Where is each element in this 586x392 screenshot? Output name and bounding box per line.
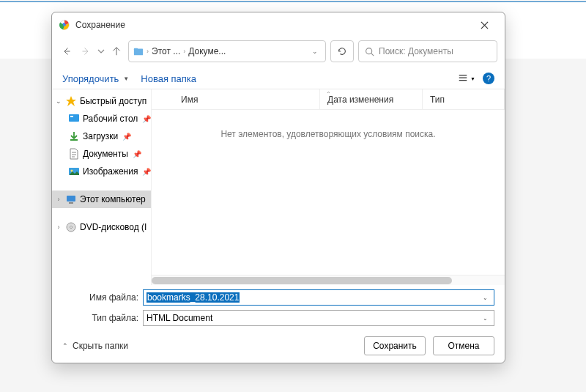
- disc-icon: [65, 221, 77, 233]
- sidebar-item-quick-access[interactable]: ⌄ Быстрый доступ: [52, 92, 151, 110]
- sidebar-item-this-pc[interactable]: › Этот компьютер: [52, 191, 151, 208]
- chevron-right-icon: ›: [55, 223, 62, 231]
- caret-down-icon: ▼: [470, 76, 475, 81]
- filetype-select[interactable]: HTML Document ⌄: [143, 310, 494, 326]
- horizontal-scrollbar[interactable]: [152, 275, 505, 285]
- view-menu[interactable]: ▼: [458, 73, 475, 84]
- filetype-row: Тип файла: HTML Document ⌄: [62, 310, 494, 326]
- hide-folders-toggle[interactable]: ⌃ Скрыть папки: [62, 341, 128, 351]
- column-headers: ⌃ Имя Дата изменения Тип: [152, 89, 505, 110]
- filename-row: Имя файла: bookmarks_28.10.2021 ⌄: [62, 289, 494, 306]
- refresh-button[interactable]: [330, 40, 354, 62]
- arrow-left-icon: [62, 47, 71, 56]
- breadcrumb-seg[interactable]: Докуме...: [188, 46, 226, 56]
- recent-dropdown[interactable]: [97, 41, 105, 62]
- chevron-up-icon: ⌃: [62, 342, 68, 350]
- pictures-icon: [68, 166, 80, 177]
- sidebar-item-pictures[interactable]: Изображения 📌: [52, 163, 151, 180]
- computer-icon: [65, 193, 77, 205]
- arrow-up-icon: [112, 47, 121, 56]
- chevron-down-icon: [97, 47, 105, 56]
- scrollbar-thumb[interactable]: [152, 277, 452, 284]
- pin-icon: 📌: [142, 168, 151, 176]
- svg-rect-5: [69, 114, 79, 122]
- pin-icon: 📌: [142, 115, 151, 123]
- sidebar-item-desktop[interactable]: Рабочий стол 📌: [52, 110, 151, 127]
- nav-row: › Этот ... › Докуме... ⌄: [52, 37, 505, 68]
- chrome-icon: [59, 20, 70, 30]
- close-icon: [481, 21, 489, 29]
- save-button[interactable]: Сохранить: [364, 336, 426, 355]
- chevron-right-icon: ›: [55, 196, 62, 203]
- filename-label: Имя файла:: [62, 292, 143, 303]
- breadcrumb-dropdown[interactable]: ⌄: [309, 48, 321, 55]
- svg-rect-9: [67, 196, 75, 201]
- column-date[interactable]: Дата изменения: [320, 89, 423, 109]
- column-name[interactable]: Имя: [152, 89, 320, 109]
- help-button[interactable]: ?: [483, 73, 494, 84]
- svg-rect-6: [70, 116, 73, 117]
- document-icon: [68, 148, 80, 160]
- sort-indicator-icon: ⌃: [326, 91, 331, 97]
- forward-button[interactable]: [78, 41, 93, 62]
- back-button[interactable]: [59, 41, 74, 62]
- svg-rect-3: [134, 48, 138, 51]
- titlebar: Сохранение: [52, 12, 505, 37]
- caret-down-icon: ⌄: [483, 315, 491, 322]
- svg-point-12: [70, 226, 73, 229]
- save-dialog: Сохранение › Этот ... › Докуме... ⌄ Упор…: [51, 12, 505, 363]
- refresh-icon: [337, 46, 347, 56]
- caret-down-icon[interactable]: ⌄: [483, 295, 491, 301]
- desktop-icon: [68, 113, 80, 125]
- sidebar-item-downloads[interactable]: Загрузки 📌: [52, 127, 151, 145]
- close-button[interactable]: [471, 14, 497, 36]
- caret-down-icon: ▼: [123, 75, 129, 82]
- search-input[interactable]: [379, 46, 491, 56]
- column-type[interactable]: Тип: [423, 89, 505, 109]
- pin-icon: 📌: [122, 133, 131, 141]
- star-icon: [65, 95, 77, 107]
- bottom-panel: Имя файла: bookmarks_28.10.2021 ⌄ Тип фа…: [52, 285, 505, 363]
- file-list-area: ⌃ Имя Дата изменения Тип Нет элементов, …: [152, 89, 505, 285]
- toolbar: Упорядочить ▼ Новая папка ▼ ?: [52, 68, 505, 89]
- svg-point-4: [366, 48, 372, 53]
- search-icon: [365, 47, 374, 56]
- breadcrumb[interactable]: › Этот ... › Докуме... ⌄: [128, 40, 326, 62]
- dialog-title: Сохранение: [75, 20, 471, 30]
- body: ⌄ Быстрый доступ Рабочий стол 📌 Загрузки…: [52, 89, 505, 285]
- new-folder-button[interactable]: Новая папка: [141, 73, 196, 84]
- filetype-label: Тип файла:: [62, 313, 143, 323]
- chevron-right-icon: ›: [146, 48, 149, 55]
- svg-rect-10: [69, 202, 73, 204]
- sidebar: ⌄ Быстрый доступ Рабочий стол 📌 Загрузки…: [52, 89, 152, 285]
- breadcrumb-seg[interactable]: Этот ...: [152, 46, 180, 56]
- cancel-button[interactable]: Отмена: [433, 336, 494, 355]
- chevron-right-icon: ›: [183, 48, 185, 55]
- empty-message: Нет элементов, удовлетворяющих условиям …: [152, 110, 505, 275]
- organize-menu[interactable]: Упорядочить ▼: [62, 73, 129, 84]
- action-row: ⌃ Скрыть папки Сохранить Отмена: [62, 336, 494, 355]
- arrow-right-icon: [81, 47, 90, 56]
- list-view-icon: [458, 73, 468, 84]
- filename-input[interactable]: bookmarks_28.10.2021 ⌄: [143, 289, 494, 306]
- pin-icon: 📌: [133, 150, 141, 158]
- sidebar-item-documents[interactable]: Документы 📌: [52, 145, 151, 163]
- sidebar-item-dvd[interactable]: › DVD-дисковод (I: [52, 218, 151, 236]
- download-icon: [68, 130, 80, 142]
- up-button[interactable]: [109, 41, 124, 62]
- folder-icon: [133, 46, 144, 56]
- search-box[interactable]: [358, 40, 497, 62]
- chevron-down-icon: ⌄: [55, 97, 62, 105]
